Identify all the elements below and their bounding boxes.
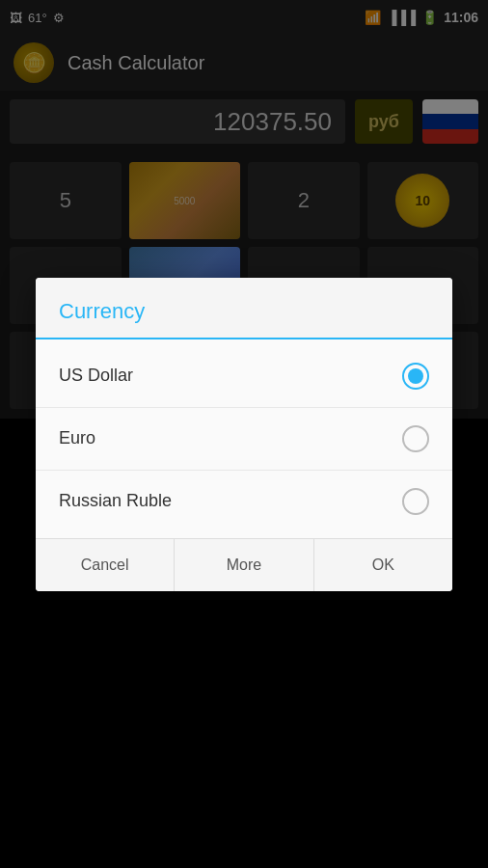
dialog-buttons: Cancel More OK <box>36 538 452 591</box>
cancel-button[interactable]: Cancel <box>36 539 175 591</box>
option-rub-label: Russian Ruble <box>59 491 172 511</box>
option-rub[interactable]: Russian Ruble <box>36 471 452 532</box>
option-rub-radio[interactable] <box>402 488 429 515</box>
option-eur-label: Euro <box>59 428 95 448</box>
option-usd[interactable]: US Dollar <box>36 345 452 408</box>
dialog-title-area: Currency <box>36 278 452 339</box>
currency-dialog: Currency US Dollar Euro Russian Ruble Ca… <box>36 278 452 591</box>
option-eur-radio[interactable] <box>402 425 429 452</box>
dialog-title: Currency <box>59 299 145 323</box>
option-eur[interactable]: Euro <box>36 408 452 471</box>
option-usd-radio[interactable] <box>402 363 429 390</box>
dialog-body: US Dollar Euro Russian Ruble <box>36 339 452 538</box>
ok-button[interactable]: OK <box>314 539 452 591</box>
more-button[interactable]: More <box>175 539 313 591</box>
overlay: Currency US Dollar Euro Russian Ruble Ca… <box>0 0 488 868</box>
option-usd-label: US Dollar <box>59 366 133 386</box>
